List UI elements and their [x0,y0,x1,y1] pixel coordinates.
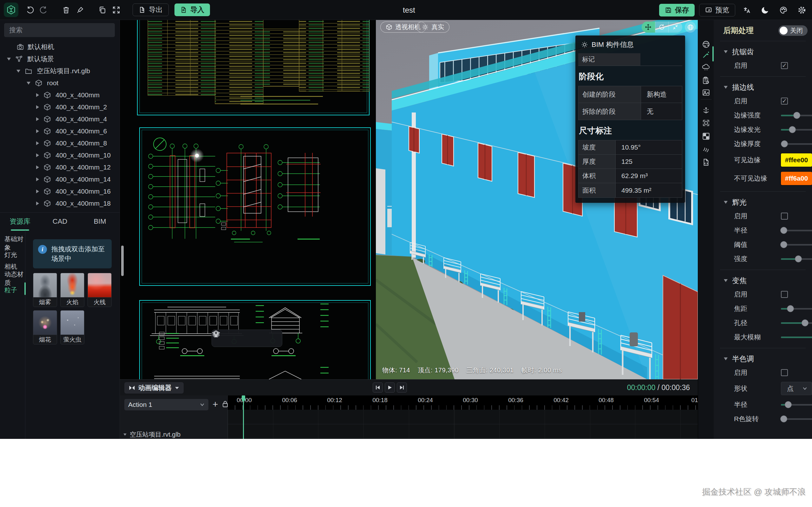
file-code-icon[interactable] [701,157,711,168]
transform-axis-icon[interactable] [701,105,711,116]
save-button[interactable]: 保存 [659,4,695,16]
timeline-lanes[interactable] [228,410,698,439]
postprocess-wand-icon[interactable] [701,49,711,60]
move-tool-button[interactable] [642,21,655,33]
collapse-arrow-icon[interactable] [36,93,39,97]
timeline-ruler[interactable]: 00:00 00:06 00:12 00:18 00:24 00:30 00:3… [228,395,698,410]
aperture-slider[interactable] [781,320,812,326]
edge-thickness-slider[interactable] [781,140,812,147]
bloom-strength-slider[interactable] [781,256,812,262]
section-antialias[interactable]: 抗锯齿 [714,45,812,58]
tree-item-400mm-16[interactable]: 400_x_400mm_16 [0,185,120,198]
copy-button[interactable] [95,3,109,17]
cad-viewport[interactable] [120,20,376,379]
r-rotate-slider[interactable] [781,415,812,422]
environment-icon[interactable] [701,39,711,50]
playhead[interactable] [243,395,244,439]
track-item-glb[interactable]: 空压站项目.rvt.glb [123,430,181,439]
next-frame-button[interactable] [397,383,407,393]
search-input[interactable] [4,23,115,37]
rotate-tool-button[interactable] [655,21,669,33]
translate-icon[interactable] [740,3,754,17]
tree-item-400mm[interactable]: 400_x_400mm [0,89,120,101]
tab-cad[interactable]: CAD [40,217,80,226]
section-halftone[interactable]: 半色调 [714,352,812,365]
aa-enable-checkbox[interactable]: ✓ [781,62,788,69]
image-icon[interactable] [701,87,711,98]
tree-item-400mm-12[interactable]: 400_x_400mm_12 [0,161,120,173]
asset-smoke[interactable]: 烟雾 [33,273,57,307]
dof-enable-checkbox[interactable] [781,291,788,298]
tree-item-400mm-2[interactable]: 400_x_400mm_2 [0,101,120,113]
play-button[interactable] [385,383,395,393]
tree-item-400mm-10[interactable]: 400_x_400mm_10 [0,149,120,161]
delete-button[interactable] [59,3,73,17]
expand-arrow-icon[interactable] [7,58,11,60]
app-logo-icon[interactable] [4,3,18,17]
redo-button[interactable] [37,3,51,17]
maxblur-slider[interactable] [781,334,812,341]
theme-palette-icon[interactable] [776,3,791,17]
settings-gear-icon[interactable] [795,3,809,17]
export-button[interactable]: 导出 [133,3,169,16]
tab-resource-library[interactable]: 资源库 [0,217,40,226]
asset-firework[interactable]: 烟花 [33,310,57,344]
fullscreen-button[interactable] [109,3,123,17]
dark-mode-icon[interactable] [758,3,772,17]
shape-dropdown[interactable]: 点 [781,382,812,395]
tree-item-400mm-18[interactable]: 400_x_400mm_18 [0,198,120,210]
tree-item-400mm-6[interactable]: 400_x_400mm_6 [0,125,120,137]
animation-editor-button[interactable]: 动画编辑器 [124,382,184,394]
action-select[interactable]: Action 1 [124,399,208,410]
undo-button[interactable] [23,3,37,17]
cad-scrollbar[interactable] [121,245,124,276]
weather-icon[interactable] [701,62,711,73]
tree-item-glb[interactable]: 空压站项目.rvt.glb [0,65,120,77]
focal-slider[interactable] [781,305,812,312]
asset-flame[interactable]: 火焰 [60,273,84,307]
visible-edge-color-button[interactable]: #ffee00 [781,153,812,167]
edge-strength-slider[interactable] [781,112,812,119]
lock-icon[interactable] [222,400,229,409]
tree-item-400mm-14[interactable]: 400_x_400mm_14 [0,173,120,185]
section-outline[interactable]: 描边线 [714,80,812,94]
preview-button[interactable]: 预览 [699,4,735,16]
halftone-checker-icon[interactable] [701,131,711,142]
outline-enable-checkbox[interactable]: ✓ [781,98,788,105]
section-dof[interactable]: 变焦 [714,274,812,287]
table-row: 厚度 125 [578,155,682,169]
scribble-icon[interactable] [701,144,711,154]
category-dynamic-materials[interactable]: 动态材质 [0,273,25,284]
render-mode-button[interactable]: 真实 [416,21,450,33]
bloom-enable-checkbox[interactable] [781,213,788,220]
viewport-3d[interactable]: 透视相机 真实 BIM 构件信息 标记 [376,20,698,379]
edge-glow-slider[interactable] [781,126,812,133]
section-bloom[interactable]: 辉光 [714,195,812,209]
tree-item-400mm-8[interactable]: 400_x_400mm_8 [0,137,120,149]
crop-icon[interactable] [701,118,711,128]
format-paint-button[interactable] [73,3,87,17]
clipboard-icon[interactable] [701,75,711,86]
add-action-button[interactable]: + [212,399,218,409]
postprocess-toggle[interactable]: 关闭 [778,25,808,36]
expand-arrow-icon[interactable] [27,82,31,84]
expand-arrow-icon[interactable] [16,70,20,72]
asset-firefly[interactable]: 萤火虫 [60,310,84,344]
hidden-edge-color-button[interactable]: #ff6a00 [781,172,812,185]
category-basic-objects[interactable]: 基础对象 [0,237,25,249]
tree-item-400mm-4[interactable]: 400_x_400mm_4 [0,113,120,125]
halftone-radius-slider[interactable] [781,401,812,408]
bloom-threshold-slider[interactable] [781,241,812,248]
bloom-radius-slider[interactable] [781,227,812,234]
halftone-enable-checkbox[interactable] [781,369,788,376]
tree-item-default-scene[interactable]: 默认场景 [0,53,120,65]
tab-bim[interactable]: BIM [80,217,120,226]
asset-fireline[interactable]: 火线 [88,273,112,307]
tree-item-root[interactable]: root [0,77,120,89]
globe-view-button[interactable] [685,21,696,33]
prev-frame-button[interactable] [373,383,383,393]
tree-item-default-camera[interactable]: 默认相机 [0,41,120,53]
import-button[interactable]: 导入 [174,3,210,16]
collapse-view-button[interactable] [669,21,682,33]
trash-icon[interactable] [212,330,220,338]
